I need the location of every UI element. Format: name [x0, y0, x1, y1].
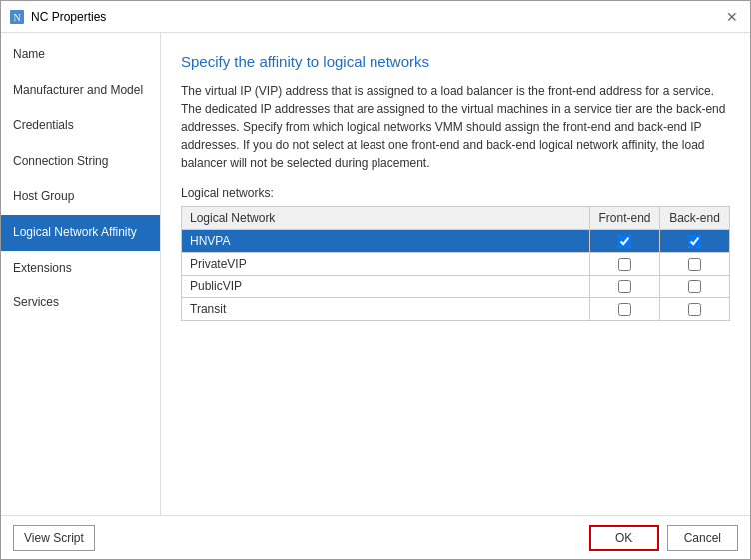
ok-button[interactable]: OK: [589, 525, 659, 551]
sidebar-item-name[interactable]: Name: [1, 37, 160, 73]
svg-text:N: N: [13, 12, 20, 23]
frontend-cell-publicvip: [590, 276, 660, 298]
table-row: Transit: [182, 298, 730, 321]
backend-cell-hnvpa: [660, 230, 730, 253]
network-name-publicvip: PublicVIP: [182, 276, 590, 298]
frontend-cell-privatevip: [590, 253, 660, 276]
title-bar-left: N NC Properties: [9, 9, 106, 25]
backend-cell-transit: [660, 298, 730, 321]
backend-cell-publicvip: [660, 276, 730, 298]
cancel-button[interactable]: Cancel: [667, 525, 738, 551]
footer-right: OK Cancel: [589, 525, 738, 551]
network-name-hnvpa: HNVPA: [182, 230, 590, 253]
frontend-cell-hnvpa: [590, 230, 660, 253]
dialog-title: NC Properties: [31, 10, 106, 24]
frontend-checkbox-publicvip[interactable]: [618, 280, 631, 293]
col-header-backend: Back-end: [660, 207, 730, 230]
logical-networks-table: Logical Network Front-end Back-end HNVPA: [181, 206, 730, 321]
backend-checkbox-hnvpa[interactable]: [688, 235, 701, 248]
sidebar-item-connection-string[interactable]: Connection String: [1, 144, 160, 180]
sidebar: Name Manufacturer and Model Credentials …: [1, 33, 161, 515]
col-header-network: Logical Network: [182, 207, 590, 230]
table-row: HNVPA: [182, 230, 730, 253]
footer-left: View Script: [13, 525, 95, 551]
sidebar-item-logical-network-affinity[interactable]: Logical Network Affinity: [1, 215, 160, 251]
backend-checkbox-publicvip[interactable]: [688, 280, 701, 293]
nc-properties-dialog: N NC Properties ✕ Name Manufacturer and …: [0, 0, 751, 560]
section-label: Logical networks:: [181, 186, 730, 200]
sidebar-item-services[interactable]: Services: [1, 285, 160, 321]
sidebar-item-host-group[interactable]: Host Group: [1, 179, 160, 215]
dialog-body: Name Manufacturer and Model Credentials …: [1, 33, 750, 515]
col-header-frontend: Front-end: [590, 207, 660, 230]
sidebar-item-manufacturer[interactable]: Manufacturer and Model: [1, 73, 160, 109]
frontend-cell-transit: [590, 298, 660, 321]
title-bar: N NC Properties ✕: [1, 1, 750, 33]
frontend-checkbox-privatevip[interactable]: [618, 258, 631, 271]
view-script-button[interactable]: View Script: [13, 525, 95, 551]
network-name-privatevip: PrivateVIP: [182, 253, 590, 276]
frontend-checkbox-transit[interactable]: [618, 303, 631, 316]
close-button[interactable]: ✕: [722, 7, 742, 27]
dialog-icon: N: [9, 9, 25, 25]
sidebar-item-credentials[interactable]: Credentials: [1, 108, 160, 144]
dialog-footer: View Script OK Cancel: [1, 515, 750, 559]
main-content: Specify the affinity to logical networks…: [161, 33, 750, 515]
backend-checkbox-privatevip[interactable]: [688, 258, 701, 271]
description: The virtual IP (VIP) address that is ass…: [181, 82, 730, 172]
table-row: PrivateVIP: [182, 253, 730, 276]
backend-checkbox-transit[interactable]: [688, 303, 701, 316]
main-title: Specify the affinity to logical networks: [181, 53, 730, 70]
table-row: PublicVIP: [182, 276, 730, 298]
table-header-row: Logical Network Front-end Back-end: [182, 207, 730, 230]
network-name-transit: Transit: [182, 298, 590, 321]
frontend-checkbox-hnvpa[interactable]: [618, 235, 631, 248]
sidebar-item-extensions[interactable]: Extensions: [1, 251, 160, 286]
backend-cell-privatevip: [660, 253, 730, 276]
